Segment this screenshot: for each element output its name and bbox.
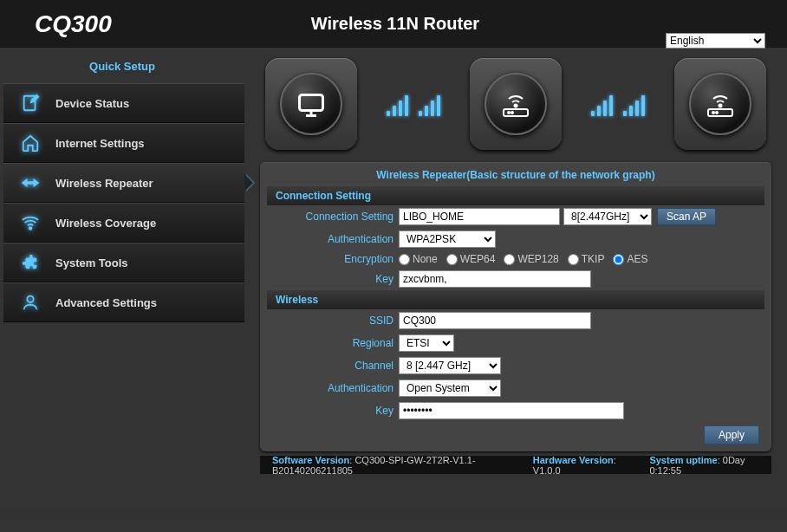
sidebar-item-label: Advanced Settings xyxy=(55,296,157,309)
label-authentication: Authentication xyxy=(263,233,399,245)
label-ssid: SSID xyxy=(263,315,399,327)
target-channel-select[interactable]: 8[2.447GHz] xyxy=(563,208,652,225)
svg-point-1 xyxy=(29,227,32,230)
label-encryption: Encryption xyxy=(263,253,399,265)
svg-point-10 xyxy=(712,112,714,114)
sw-version-label: Software Version xyxy=(272,455,349,465)
sidebar-item-label: Wireless Coverage xyxy=(55,217,156,230)
sidebar-item-device-status[interactable]: Device Status xyxy=(3,83,244,123)
hw-version-label: Hardware Version xyxy=(533,455,614,465)
conn-key-input[interactable] xyxy=(399,270,591,288)
enc-wep64[interactable]: WEP64 xyxy=(446,253,496,265)
content: Wireless Repeater(Basic structure of the… xyxy=(244,48,787,509)
sidebar-item-label: Wireless Repeater xyxy=(55,177,153,190)
target-ssid-input[interactable] xyxy=(399,208,560,225)
label-key: Key xyxy=(263,273,399,285)
svg-point-11 xyxy=(716,112,718,114)
sidebar-item-label: System Tools xyxy=(55,256,128,269)
document-edit-icon xyxy=(19,92,42,114)
svg-point-6 xyxy=(508,112,510,114)
sidebar-item-wireless-coverage[interactable]: Wireless Coverage xyxy=(3,203,244,243)
wifi-icon xyxy=(19,211,42,234)
section-connection: Connection Setting xyxy=(267,186,764,205)
svg-point-4 xyxy=(515,105,517,107)
monitor-icon xyxy=(296,88,327,120)
uptime-label: System uptime xyxy=(649,455,717,465)
local-auth-select[interactable]: Open System xyxy=(399,380,501,397)
local-channel-select[interactable]: 8 [2.447 GHz] xyxy=(399,357,501,374)
logo: CQ300 xyxy=(35,10,112,38)
router-wifi-icon xyxy=(703,88,738,120)
hw-version-value: V1.0.0 xyxy=(533,465,561,476)
label-key-local: Key xyxy=(263,405,399,417)
sidebar: Quick Setup Device Status Internet Setti… xyxy=(0,48,244,509)
node-client xyxy=(265,58,357,150)
sidebar-item-wireless-repeater[interactable]: Wireless Repeater xyxy=(3,163,244,203)
sidebar-item-system-tools[interactable]: System Tools xyxy=(3,243,244,282)
local-key-input[interactable] xyxy=(399,402,624,419)
section-wireless: Wireless xyxy=(267,290,764,309)
local-ssid-input[interactable] xyxy=(399,312,591,329)
scan-ap-button[interactable]: Scan AP xyxy=(657,208,716,225)
repeater-icon xyxy=(19,172,42,194)
enc-tkip[interactable]: TKIP xyxy=(568,253,605,265)
footer: Software Version: CQ300-SPI-GW-2T2R-V1.1… xyxy=(260,455,771,474)
label-authentication-local: Authentication xyxy=(263,382,399,394)
label-connection-setting: Connection Setting xyxy=(263,211,399,223)
page-title: Wireless 11N Router xyxy=(311,14,479,34)
label-channel: Channel xyxy=(263,360,399,372)
svg-point-7 xyxy=(511,112,513,114)
sidebar-item-label: Internet Settings xyxy=(55,137,145,150)
quick-setup-link[interactable]: Quick Setup xyxy=(0,55,244,83)
svg-point-2 xyxy=(27,296,33,302)
settings-panel: Wireless Repeater(Basic structure of the… xyxy=(260,162,771,451)
header: CQ300 Wireless 11N Router English xyxy=(0,0,787,48)
svg-rect-3 xyxy=(300,95,323,111)
conn-auth-select[interactable]: WPA2PSK xyxy=(399,230,496,248)
puzzle-icon xyxy=(19,251,42,274)
regional-select[interactable]: ETSI xyxy=(399,334,454,352)
encryption-radio-group: None WEP64 WEP128 TKIP AES xyxy=(399,253,647,265)
apply-button[interactable]: Apply xyxy=(704,425,759,444)
sidebar-item-internet-settings[interactable]: Internet Settings xyxy=(3,123,244,163)
node-repeater xyxy=(470,58,562,150)
label-regional: Regional xyxy=(263,337,399,349)
svg-point-8 xyxy=(719,105,722,107)
enc-none[interactable]: None xyxy=(399,253,438,265)
signal-icon xyxy=(591,92,645,116)
home-icon xyxy=(19,132,42,154)
node-router xyxy=(674,58,766,150)
sidebar-item-label: Device Status xyxy=(55,97,129,110)
panel-title: Wireless Repeater(Basic structure of the… xyxy=(263,165,768,186)
network-graph xyxy=(260,58,771,150)
router-wifi-icon xyxy=(498,88,533,120)
language-select[interactable]: English xyxy=(666,33,765,49)
enc-aes[interactable]: AES xyxy=(613,253,647,265)
signal-icon xyxy=(387,92,440,116)
enc-wep128[interactable]: WEP128 xyxy=(504,253,558,265)
person-icon xyxy=(19,291,42,314)
sidebar-item-advanced-settings[interactable]: Advanced Settings xyxy=(3,282,244,322)
